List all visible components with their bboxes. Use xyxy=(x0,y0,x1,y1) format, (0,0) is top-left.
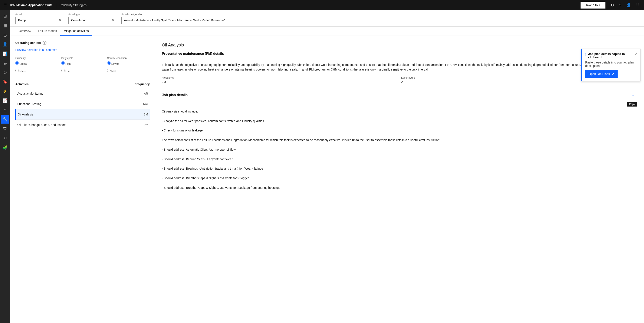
table-row[interactable]: Acoustic Monitoring AR xyxy=(16,88,150,99)
job-plan-line: - Check for signs of oil leakage. xyxy=(162,128,637,133)
copy-icon xyxy=(632,95,635,98)
job-plan-section-title: Job plan details xyxy=(162,93,188,97)
sidebar-settings-icon[interactable]: ⚙ xyxy=(1,134,9,142)
sidebar-person-icon[interactable]: 👤 xyxy=(1,40,9,49)
open-job-plans-label: Open Job Plans xyxy=(589,72,610,76)
asset-label: Asset xyxy=(15,13,63,16)
nav-icons: ⚙ ? 👤 ⠿ xyxy=(609,1,640,9)
filter-bar: Asset ✕ Asset type ✕ Asset configuration xyxy=(10,10,644,27)
sidebar-line-chart-icon[interactable]: 📈 xyxy=(1,96,9,105)
sidebar-wrench-icon[interactable]: 🔧 xyxy=(1,115,9,124)
duty-cycle-low-label: Low xyxy=(66,70,70,73)
job-plan-line: - Should address: Automatic Oilers for: … xyxy=(162,147,637,152)
pm-meta-grid: Frequency 3M Labor hours 2 xyxy=(162,76,637,84)
frequency-label: Frequency xyxy=(162,76,398,79)
criticality-label: Criticality xyxy=(15,57,58,60)
service-condition-mild-radio[interactable] xyxy=(107,69,110,72)
service-condition-radio-group: Severe Mild xyxy=(107,61,150,75)
duty-cycle-high-option[interactable]: High xyxy=(61,61,104,65)
activity-name: Acoustic Monitoring xyxy=(16,88,132,99)
frequency-meta: Frequency 3M xyxy=(162,76,398,84)
asset-type-filter-group: Asset type ✕ xyxy=(68,13,116,24)
menu-icon[interactable]: ☰ xyxy=(4,3,7,8)
job-plan-copy-button[interactable] xyxy=(630,93,637,101)
apps-icon[interactable]: ⠿ xyxy=(634,1,640,9)
sidebar-home-icon[interactable]: ⊞ xyxy=(1,12,9,21)
activity-frequency: AR xyxy=(131,88,150,99)
criticality-critical-option[interactable]: Critical xyxy=(15,61,58,65)
job-plan-content: Oil Analysis should include: - Analyze t… xyxy=(162,109,637,190)
sidebar-lightning-icon[interactable]: ⚡ xyxy=(1,87,9,96)
user-icon[interactable]: 👤 xyxy=(624,1,633,9)
pm-description: This task has the objective of ensuring … xyxy=(162,63,637,72)
sidebar: ⊞ ▦ ◷ 👤 📊 ◎ ⬡ 🔖 ⚡ 📈 ⚠ 🔧 🛡 ⚙ 🧩 xyxy=(0,10,10,323)
asset-clear-button[interactable]: ✕ xyxy=(59,19,62,22)
sidebar-shield-icon[interactable]: 🛡 xyxy=(1,124,9,133)
criticality-minor-label: Minor xyxy=(20,70,26,73)
service-condition-severe-label: Severe xyxy=(112,63,120,65)
duty-cycle-label: Duty cycle xyxy=(61,57,104,60)
sidebar-puzzle-icon[interactable]: 🧩 xyxy=(1,143,9,152)
notification-info-icon: ℹ xyxy=(585,53,586,57)
tab-failure-modes[interactable]: Failure modes xyxy=(34,27,60,36)
top-nav: ☰ IBM Maximo Application Suite Reliabili… xyxy=(0,0,644,10)
sidebar-warning-icon[interactable]: ⚠ xyxy=(1,106,9,114)
asset-input[interactable] xyxy=(15,17,63,24)
sidebar-chart-icon[interactable]: 📊 xyxy=(1,50,9,58)
table-row[interactable]: Functional Testing N/A xyxy=(16,99,150,109)
tabs-bar: Overview Failure modes Mitigation activi… xyxy=(10,27,644,36)
table-row[interactable]: Oil Filter Change, Clean, and Inspect 2Y xyxy=(16,120,150,130)
asset-config-filter-group: Asset configuration xyxy=(122,13,228,24)
activity-name: Oil Analysis xyxy=(16,109,132,120)
job-plan-line: - Should address: Breather Caps & Sight … xyxy=(162,185,637,190)
asset-type-label: Asset type xyxy=(68,13,116,16)
job-plan-line: - Should address: Bearings - Antifrictio… xyxy=(162,166,637,171)
tab-mitigation-activities[interactable]: Mitigation activities xyxy=(60,27,92,36)
asset-type-input[interactable] xyxy=(68,17,116,24)
notification-title: Job plan details copied to clipboard. xyxy=(588,52,632,59)
job-plan-line: Oil Analysis should include: xyxy=(162,109,637,114)
tab-overview[interactable]: Overview xyxy=(15,27,34,36)
notification-close-button[interactable]: ✕ xyxy=(634,52,637,56)
criticality-minor-option[interactable]: Minor xyxy=(15,69,58,73)
asset-config-input[interactable] xyxy=(122,17,228,24)
service-condition-mild-option[interactable]: Mild xyxy=(107,69,150,73)
sidebar-target-icon[interactable]: ◎ xyxy=(1,59,9,67)
duty-cycle-high-radio[interactable] xyxy=(61,61,65,65)
help-icon[interactable]: ? xyxy=(618,1,623,9)
notification-body: Paste these details into your job plan d… xyxy=(585,61,637,68)
open-job-plans-button[interactable]: Open Job Plans ↗ xyxy=(585,70,618,78)
pm-section-title: Preventative maintenance (PM) details xyxy=(162,52,224,56)
sidebar-history-icon[interactable]: ◷ xyxy=(1,31,9,39)
service-condition-severe-radio[interactable] xyxy=(107,61,110,65)
service-condition-label: Service condition xyxy=(107,57,150,60)
tour-button[interactable]: Take a tour xyxy=(580,2,606,9)
service-condition-filter: Service condition Severe Mild xyxy=(107,57,150,75)
asset-type-clear-button[interactable]: ✕ xyxy=(112,19,114,22)
job-plan-line: - Should address: Breather Caps & Sight … xyxy=(162,176,637,180)
criticality-minor-radio[interactable] xyxy=(15,69,19,72)
criticality-critical-label: Critical xyxy=(20,63,27,65)
activity-name: Functional Testing xyxy=(16,99,132,109)
criticality-critical-radio[interactable] xyxy=(15,61,19,65)
activities-table-header: Activities Frequency xyxy=(15,80,150,88)
section-divider xyxy=(162,89,637,89)
job-plan-line: The rows below consist of the Failure Lo… xyxy=(162,138,637,142)
activity-name: Oil Filter Change, Clean, and Inspect xyxy=(16,120,132,130)
asset-config-input-wrap xyxy=(122,17,228,24)
frequency-value: 3M xyxy=(162,80,166,84)
service-condition-mild-label: Mild xyxy=(112,70,116,73)
operating-context-info-icon[interactable]: i xyxy=(42,41,46,45)
service-condition-severe-option[interactable]: Severe xyxy=(107,61,150,65)
nav-divider xyxy=(56,3,56,8)
preview-link[interactable]: Preview activities in all contexts xyxy=(15,48,150,52)
content-area: Asset ✕ Asset type ✕ Asset configuration xyxy=(10,10,644,323)
duty-cycle-low-option[interactable]: Low xyxy=(61,69,104,73)
labor-hours-value: 2 xyxy=(401,80,403,84)
duty-cycle-low-radio[interactable] xyxy=(61,69,65,72)
sidebar-cube-icon[interactable]: ⬡ xyxy=(1,68,9,77)
sidebar-tag-icon[interactable]: 🔖 xyxy=(1,78,9,86)
settings-icon[interactable]: ⚙ xyxy=(609,1,616,9)
sidebar-dashboard-icon[interactable]: ▦ xyxy=(1,21,9,30)
table-row-selected[interactable]: Oil Analysis 3M xyxy=(16,109,150,120)
